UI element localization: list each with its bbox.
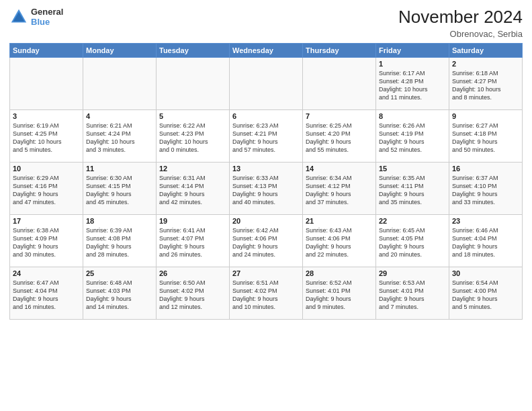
day-content: Sunrise: 6:53 AM Sunset: 4:01 PM Dayligh… — [379, 279, 446, 312]
day-number: 4 — [86, 112, 153, 120]
day-content: Sunrise: 6:51 AM Sunset: 4:02 PM Dayligh… — [232, 279, 300, 312]
day-content: Sunrise: 6:18 AM Sunset: 4:27 PM Dayligh… — [452, 69, 519, 102]
month-year: November 2024 — [398, 7, 523, 28]
day-number: 26 — [159, 269, 226, 277]
calendar-cell: 4Sunrise: 6:21 AM Sunset: 4:24 PM Daylig… — [83, 110, 157, 163]
day-content: Sunrise: 6:45 AM Sunset: 4:05 PM Dayligh… — [379, 226, 446, 259]
day-content: Sunrise: 6:48 AM Sunset: 4:03 PM Dayligh… — [86, 279, 153, 312]
day-number: 20 — [232, 217, 300, 225]
week-row-4: 17Sunrise: 6:38 AM Sunset: 4:09 PM Dayli… — [10, 215, 523, 267]
day-number: 8 — [379, 112, 446, 120]
day-number: 22 — [379, 217, 446, 225]
day-content: Sunrise: 6:19 AM Sunset: 4:25 PM Dayligh… — [13, 122, 80, 154]
day-number: 23 — [452, 217, 519, 225]
day-content: Sunrise: 6:33 AM Sunset: 4:13 PM Dayligh… — [232, 174, 300, 207]
logo: General Blue — [9, 7, 63, 27]
calendar-cell: 29Sunrise: 6:53 AM Sunset: 4:01 PM Dayli… — [376, 267, 449, 320]
week-row-2: 3Sunrise: 6:19 AM Sunset: 4:25 PM Daylig… — [10, 110, 523, 163]
calendar-cell — [157, 58, 230, 110]
day-number: 6 — [232, 112, 300, 120]
calendar-cell — [10, 58, 83, 110]
day-number: 16 — [452, 165, 519, 173]
day-number: 11 — [86, 165, 153, 173]
day-content: Sunrise: 6:38 AM Sunset: 4:09 PM Dayligh… — [13, 226, 80, 259]
day-number: 14 — [306, 165, 373, 173]
calendar-cell: 2Sunrise: 6:18 AM Sunset: 4:27 PM Daylig… — [449, 58, 523, 110]
day-number: 1 — [379, 60, 446, 68]
col-header-wednesday: Wednesday — [230, 44, 303, 58]
day-content: Sunrise: 6:34 AM Sunset: 4:12 PM Dayligh… — [306, 174, 373, 207]
calendar-cell: 20Sunrise: 6:42 AM Sunset: 4:06 PM Dayli… — [230, 215, 303, 267]
logo-line2: Blue — [31, 17, 63, 27]
week-row-5: 24Sunrise: 6:47 AM Sunset: 4:04 PM Dayli… — [10, 267, 523, 320]
calendar-cell: 28Sunrise: 6:52 AM Sunset: 4:01 PM Dayli… — [303, 267, 376, 320]
day-content: Sunrise: 6:29 AM Sunset: 4:16 PM Dayligh… — [13, 174, 80, 207]
col-header-thursday: Thursday — [303, 44, 376, 58]
day-content: Sunrise: 6:41 AM Sunset: 4:07 PM Dayligh… — [159, 226, 226, 259]
calendar-cell: 13Sunrise: 6:33 AM Sunset: 4:13 PM Dayli… — [230, 163, 303, 215]
day-content: Sunrise: 6:25 AM Sunset: 4:20 PM Dayligh… — [306, 122, 373, 154]
title-block: November 2024 Obrenovac, Serbia — [398, 7, 523, 39]
col-header-saturday: Saturday — [449, 44, 523, 58]
calendar-cell: 27Sunrise: 6:51 AM Sunset: 4:02 PM Dayli… — [230, 267, 303, 320]
day-number: 29 — [379, 269, 446, 277]
day-number: 17 — [13, 217, 80, 225]
day-content: Sunrise: 6:31 AM Sunset: 4:14 PM Dayligh… — [159, 174, 226, 207]
location: Obrenovac, Serbia — [398, 29, 523, 39]
calendar-table: SundayMondayTuesdayWednesdayThursdayFrid… — [9, 43, 523, 320]
col-header-monday: Monday — [83, 44, 157, 58]
day-content: Sunrise: 6:30 AM Sunset: 4:15 PM Dayligh… — [86, 174, 153, 207]
day-number: 10 — [13, 165, 80, 173]
day-content: Sunrise: 6:46 AM Sunset: 4:04 PM Dayligh… — [452, 226, 519, 259]
calendar-cell: 3Sunrise: 6:19 AM Sunset: 4:25 PM Daylig… — [10, 110, 83, 163]
calendar-cell: 25Sunrise: 6:48 AM Sunset: 4:03 PM Dayli… — [83, 267, 157, 320]
day-content: Sunrise: 6:35 AM Sunset: 4:11 PM Dayligh… — [379, 174, 446, 207]
day-number: 9 — [452, 112, 519, 120]
calendar-cell — [303, 58, 376, 110]
day-number: 5 — [159, 112, 226, 120]
day-content: Sunrise: 6:26 AM Sunset: 4:19 PM Dayligh… — [379, 122, 446, 154]
day-content: Sunrise: 6:42 AM Sunset: 4:06 PM Dayligh… — [232, 226, 300, 259]
day-number: 7 — [306, 112, 373, 120]
calendar-cell: 1Sunrise: 6:17 AM Sunset: 4:28 PM Daylig… — [376, 58, 449, 110]
calendar-cell: 9Sunrise: 6:27 AM Sunset: 4:18 PM Daylig… — [449, 110, 523, 163]
calendar-cell: 19Sunrise: 6:41 AM Sunset: 4:07 PM Dayli… — [157, 215, 230, 267]
week-row-3: 10Sunrise: 6:29 AM Sunset: 4:16 PM Dayli… — [10, 163, 523, 215]
calendar-cell — [230, 58, 303, 110]
calendar-cell: 15Sunrise: 6:35 AM Sunset: 4:11 PM Dayli… — [376, 163, 449, 215]
col-header-sunday: Sunday — [10, 44, 83, 58]
day-number: 15 — [379, 165, 446, 173]
calendar-cell: 30Sunrise: 6:54 AM Sunset: 4:00 PM Dayli… — [449, 267, 523, 320]
day-content: Sunrise: 6:50 AM Sunset: 4:02 PM Dayligh… — [159, 279, 226, 312]
calendar-cell — [83, 58, 157, 110]
header: General Blue November 2024 Obrenovac, Se… — [9, 7, 523, 39]
logo-line1: General — [31, 7, 63, 17]
day-content: Sunrise: 6:47 AM Sunset: 4:04 PM Dayligh… — [13, 279, 80, 312]
day-content: Sunrise: 6:39 AM Sunset: 4:08 PM Dayligh… — [86, 226, 153, 259]
day-content: Sunrise: 6:27 AM Sunset: 4:18 PM Dayligh… — [452, 122, 519, 154]
day-number: 28 — [306, 269, 373, 277]
day-content: Sunrise: 6:52 AM Sunset: 4:01 PM Dayligh… — [306, 279, 373, 312]
calendar-cell: 10Sunrise: 6:29 AM Sunset: 4:16 PM Dayli… — [10, 163, 83, 215]
calendar-cell: 21Sunrise: 6:43 AM Sunset: 4:06 PM Dayli… — [303, 215, 376, 267]
day-number: 24 — [13, 269, 80, 277]
day-number: 30 — [452, 269, 519, 277]
calendar-cell: 5Sunrise: 6:22 AM Sunset: 4:23 PM Daylig… — [157, 110, 230, 163]
col-header-tuesday: Tuesday — [157, 44, 230, 58]
day-number: 25 — [86, 269, 153, 277]
calendar-cell: 17Sunrise: 6:38 AM Sunset: 4:09 PM Dayli… — [10, 215, 83, 267]
calendar-cell: 23Sunrise: 6:46 AM Sunset: 4:04 PM Dayli… — [449, 215, 523, 267]
calendar-cell: 16Sunrise: 6:37 AM Sunset: 4:10 PM Dayli… — [449, 163, 523, 215]
calendar-cell: 8Sunrise: 6:26 AM Sunset: 4:19 PM Daylig… — [376, 110, 449, 163]
day-content: Sunrise: 6:21 AM Sunset: 4:24 PM Dayligh… — [86, 122, 153, 154]
calendar-cell: 26Sunrise: 6:50 AM Sunset: 4:02 PM Dayli… — [157, 267, 230, 320]
calendar-cell: 6Sunrise: 6:23 AM Sunset: 4:21 PM Daylig… — [230, 110, 303, 163]
calendar-cell: 14Sunrise: 6:34 AM Sunset: 4:12 PM Dayli… — [303, 163, 376, 215]
day-content: Sunrise: 6:23 AM Sunset: 4:21 PM Dayligh… — [232, 122, 300, 154]
calendar-cell: 22Sunrise: 6:45 AM Sunset: 4:05 PM Dayli… — [376, 215, 449, 267]
day-number: 13 — [232, 165, 300, 173]
day-number: 27 — [232, 269, 300, 277]
calendar-cell: 7Sunrise: 6:25 AM Sunset: 4:20 PM Daylig… — [303, 110, 376, 163]
calendar-cell: 12Sunrise: 6:31 AM Sunset: 4:14 PM Dayli… — [157, 163, 230, 215]
col-header-friday: Friday — [376, 44, 449, 58]
